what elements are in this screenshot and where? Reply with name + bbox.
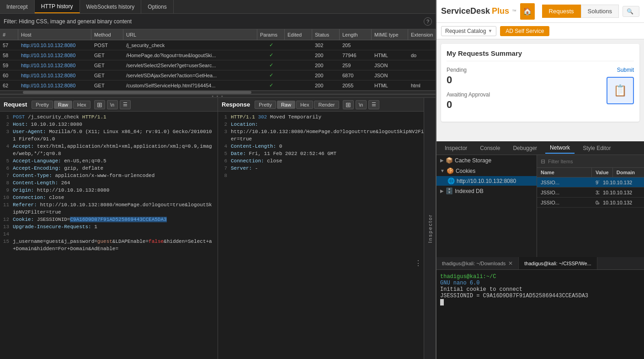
resp-wrap-icon[interactable]: \n xyxy=(356,100,367,109)
nav-solutions[interactable]: Solutions xyxy=(581,5,619,18)
storage-row[interactable]: JSSIO... 32AB945F5EC6... 10.10.10.132 xyxy=(537,188,644,198)
col-status[interactable]: Status xyxy=(312,29,340,40)
cookies-label: Cookies xyxy=(456,168,475,174)
indexed-db-label: Indexed DB xyxy=(455,188,484,194)
terminal-tab-downloads[interactable]: thadigus@kali: ~/Downloads ✕ xyxy=(436,257,519,269)
req-pretty-btn[interactable]: Pretty xyxy=(32,101,53,109)
request-title: Request xyxy=(4,101,27,108)
code-line: 12 Cookie: JSESSIONID=C9A16D9D87F91AD525… xyxy=(0,216,218,223)
code-line: 10 Connection: close xyxy=(0,194,218,201)
catalog-dropdown[interactable]: Request Catalog ▼ xyxy=(441,26,496,36)
code-line: 1 POST /j_security_check HTTP/1.1 xyxy=(0,113,218,121)
req-list-icon[interactable]: ☰ xyxy=(120,100,131,109)
table-row[interactable]: 57 http://10.10.10.132:8080 POST /j_secu… xyxy=(0,40,436,50)
storage-tree: 📦 Cache Storage 🍪 Cookies 🌐 http://10.10… xyxy=(436,155,537,257)
code-line: 7 Content-Type: application/x-www-form-u… xyxy=(0,172,218,179)
help-icon[interactable]: ? xyxy=(424,17,432,26)
tab-options[interactable]: Options xyxy=(141,0,173,13)
filter-text: Filter: Hiding CSS, image and general bi… xyxy=(4,18,424,25)
cache-storage-group[interactable]: 📦 Cache Storage xyxy=(436,155,537,166)
table-row[interactable]: 62 http://10.10.10.132:8080 GET /custom/… xyxy=(0,80,436,91)
resp-pretty-btn[interactable]: Pretty xyxy=(255,101,276,109)
awaiting-label: Awaiting Approval xyxy=(447,91,490,98)
tab-intercept[interactable]: Intercept xyxy=(0,0,35,13)
table-header: # Host Method URL Params Edited Status L… xyxy=(0,29,436,40)
terminal-tabs: thadigus@kali: ~/Downloads ✕ thadigus@ka… xyxy=(436,257,644,270)
col-params[interactable]: Params xyxy=(257,29,285,40)
table-row[interactable]: 58 http://10.10.10.132:8080 GET /HomePag… xyxy=(0,50,436,60)
terminal-close-icon[interactable]: ✕ xyxy=(508,260,513,267)
request-body: 1 POST /j_security_check HTTP/1.1 2 Host… xyxy=(0,112,218,359)
indexed-db-group[interactable]: 🗄️ Indexed DB xyxy=(436,186,537,196)
col-value[interactable]: Value xyxy=(592,168,613,177)
req-wrap-icon[interactable]: \n xyxy=(107,100,118,109)
code-line: 5 Accept-Language: en-US,en;q=0.5 xyxy=(0,157,218,165)
filter-icon: ⊟ xyxy=(541,158,545,165)
chevron-down-icon: ▼ xyxy=(488,28,492,33)
col-url[interactable]: URL xyxy=(123,29,257,40)
req-copy-icon[interactable]: ⊞ xyxy=(94,100,105,109)
ad-self-service-button[interactable]: AD Self Service xyxy=(500,26,549,36)
code-line: 4 Content-Length: 0 xyxy=(218,143,436,150)
response-header: Response Pretty Raw Hex Render ⊞ \n ☰ xyxy=(218,98,436,112)
col-num[interactable]: # xyxy=(0,29,18,40)
tab-websockets[interactable]: WebSockets history xyxy=(80,0,142,13)
storage-filter-input[interactable] xyxy=(548,159,611,164)
nav-requests[interactable]: Requests xyxy=(542,5,581,18)
resp-render-btn[interactable]: Render xyxy=(314,101,339,109)
awaiting-value: 0 xyxy=(447,99,490,111)
terminal-tab-cissp[interactable]: thadigus@kali: ~/CISSP/We... xyxy=(519,257,597,269)
card-title: My Requests Summary xyxy=(447,49,634,61)
summary-icon: 📋 xyxy=(607,77,634,104)
pending-stat: Pending 0 xyxy=(447,67,490,86)
resp-raw-btn[interactable]: Raw xyxy=(277,101,295,109)
context-menu-icon[interactable]: ⋮ xyxy=(415,259,422,268)
tab-http-history[interactable]: HTTP history xyxy=(35,0,80,13)
resp-copy-icon[interactable]: ⊞ xyxy=(343,100,354,109)
code-line: 3 User-Agent: Mozilla/5.0 (X11; Linux x8… xyxy=(0,128,218,143)
response-title: Response xyxy=(222,101,250,108)
terminal-nano-line: GNU nano 6.0 xyxy=(440,280,640,286)
table-row[interactable]: 59 http://10.10.10.132:8080 GET /servlet… xyxy=(0,60,436,70)
col-mime[interactable]: MIME type xyxy=(372,29,408,40)
col-host[interactable]: Host xyxy=(18,29,91,40)
col-length[interactable]: Length xyxy=(340,29,372,40)
col-domain[interactable]: Domain xyxy=(613,168,644,177)
storage-row[interactable]: JSSIO... 970C293ED662... 10.10.10.132 xyxy=(537,177,644,188)
submit-button[interactable]: Submit xyxy=(617,67,634,73)
resp-list-icon[interactable]: ☰ xyxy=(368,100,379,109)
col-edited[interactable]: Edited xyxy=(285,29,312,40)
cache-arrow-icon xyxy=(440,158,444,163)
home-button[interactable]: 🏠 xyxy=(520,3,534,20)
globe-icon: 🌐 xyxy=(447,177,455,184)
search-icon: 🔍 xyxy=(627,8,633,15)
storage-table-header: Name Value Domain xyxy=(537,168,644,177)
response-tabs: Pretty Raw Hex Render xyxy=(255,101,339,109)
col-name[interactable]: Name xyxy=(537,168,592,177)
code-line: 7 Server: - xyxy=(218,165,436,172)
code-line: 9 Origin: http://10.10.10.132:8080 xyxy=(0,187,218,194)
cookie-item-localhost[interactable]: 🌐 http://10.10.10.132:8080 xyxy=(436,176,537,186)
req-hex-btn[interactable]: Hex xyxy=(73,101,90,109)
tab-network[interactable]: Network xyxy=(545,143,575,154)
code-line: 13 Upgrade-Insecure-Requests: 1 xyxy=(0,223,218,230)
resize-handle[interactable]: • • • xyxy=(0,94,436,98)
tab-console[interactable]: Console xyxy=(475,143,505,153)
req-raw-btn[interactable]: Raw xyxy=(54,101,72,109)
sd-toolbar: Request Catalog ▼ AD Self Service xyxy=(436,23,644,39)
response-body: 1 HTTP/1.1 302 Moved Temporarily 2 Locat… xyxy=(218,112,436,359)
sd-search[interactable]: 🔍 xyxy=(623,6,639,17)
tab-style-editor[interactable]: Style Editor xyxy=(578,143,615,153)
tab-debugger[interactable]: Debugger xyxy=(508,143,542,153)
cookies-group[interactable]: 🍪 Cookies xyxy=(436,166,537,176)
tab-inspector[interactable]: Inspector xyxy=(440,143,472,153)
devtools-storage: 📦 Cache Storage 🍪 Cookies 🌐 http://10.10… xyxy=(436,155,644,257)
resp-hex-btn[interactable]: Hex xyxy=(296,101,314,109)
code-line: 2 Host: 10.10.10.132:8080 xyxy=(0,121,218,128)
awaiting-stat: Awaiting Approval 0 xyxy=(447,91,490,111)
table-row[interactable]: 60 http://10.10.10.132:8080 GET /servlet… xyxy=(0,70,436,80)
col-method[interactable]: Method xyxy=(91,29,123,40)
cookies-icon: 🍪 xyxy=(447,167,454,174)
storage-row[interactable]: JSSIO... 0A9D8EDD2C7... 10.10.10.132 xyxy=(537,198,644,208)
col-ext[interactable]: Extension xyxy=(408,29,436,40)
